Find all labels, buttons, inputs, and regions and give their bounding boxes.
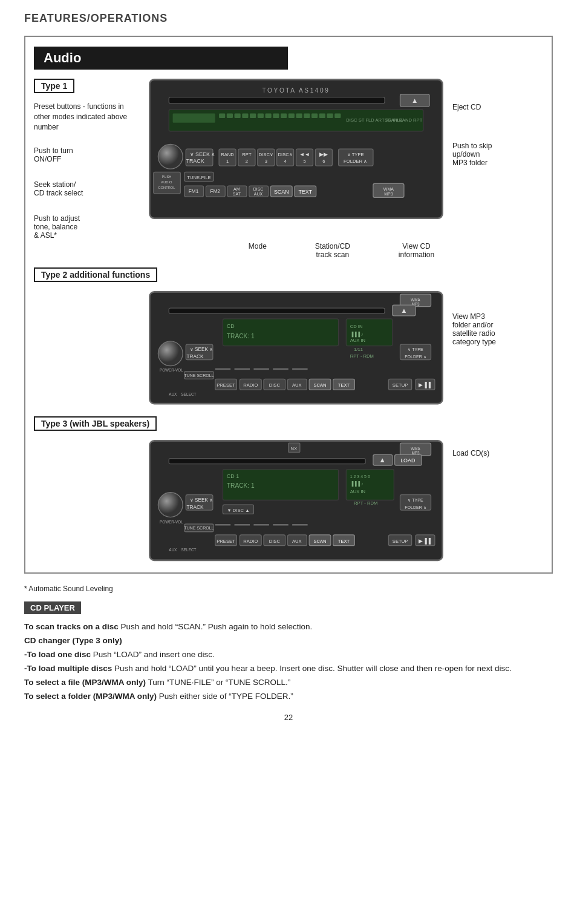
svg-text:TRACK: 1: TRACK: 1 bbox=[227, 482, 255, 489]
page-number: 22 bbox=[24, 713, 553, 722]
svg-text:∨ TYPE: ∨ TYPE bbox=[347, 152, 364, 157]
type3-section: Type 3 (with JBL speakers) WMA MP3 NX bbox=[34, 416, 543, 564]
svg-text:∨ SEEK ∧: ∨ SEEK ∧ bbox=[190, 151, 216, 157]
svg-rect-19 bbox=[311, 113, 318, 118]
svg-text:▲: ▲ bbox=[379, 456, 386, 464]
svg-text:AUX: AUX bbox=[292, 383, 302, 388]
svg-text:AUX: AUX bbox=[292, 538, 302, 543]
svg-rect-20 bbox=[319, 113, 325, 118]
svg-text:∨ TYPE: ∨ TYPE bbox=[408, 348, 423, 352]
load-one-text: Push “LOAD” and insert one disc. bbox=[91, 650, 215, 659]
svg-rect-13 bbox=[266, 113, 272, 118]
svg-text:SCAN RAND RPT: SCAN RAND RPT bbox=[385, 117, 423, 123]
svg-text:WMA: WMA bbox=[411, 447, 420, 451]
svg-text:SELECT: SELECT bbox=[181, 548, 197, 552]
select-folder-text: Push either side of “TYPE FOLDER.” bbox=[157, 692, 293, 701]
cd-player-header: CD PLAYER bbox=[24, 601, 81, 614]
cd-player-content: To scan tracks on a disc Push and hold “… bbox=[24, 620, 553, 704]
svg-text:SETUP: SETUP bbox=[393, 383, 408, 388]
tone-label: Push to adjusttone, balance& ASL* bbox=[34, 214, 140, 240]
type1-bottom-labels: Mode Station/CDtrack scan View CDinforma… bbox=[140, 242, 543, 259]
svg-text:2: 2 bbox=[246, 159, 248, 164]
svg-text:▲: ▲ bbox=[411, 97, 418, 104]
cd-changer-para: CD changer (Type 3 only) bbox=[24, 634, 553, 648]
skip-folder-label: Push to skipup/downMP3 folder bbox=[452, 142, 543, 167]
svg-rect-7 bbox=[219, 113, 225, 118]
view-cd-label: View CDinformation bbox=[399, 242, 434, 259]
svg-text:▐▐▐ ♪: ▐▐▐ ♪ bbox=[350, 332, 363, 338]
type3-unit: WMA MP3 NX ▲ LOAD CD 1 TRACK: 1 bbox=[146, 437, 446, 564]
type2-unit: WMA MP3 ▲ CD TRACK: 1 CD IN ▐▐▐ ♪ AUX IN bbox=[146, 288, 446, 408]
type1-right-labels: Eject CD Push to skipup/downMP3 folder bbox=[452, 76, 543, 167]
type2-right-label: View MP3folder and/orsatellite radiocate… bbox=[452, 288, 543, 346]
svg-text:▐▐▐ ♪: ▐▐▐ ♪ bbox=[350, 481, 363, 487]
svg-text:RAND: RAND bbox=[221, 152, 234, 157]
svg-text:LOAD: LOAD bbox=[400, 457, 415, 464]
load-multiple-para: -To load multiple discs Push and hold “L… bbox=[24, 662, 553, 676]
svg-text:POWER-VOL: POWER-VOL bbox=[160, 368, 183, 372]
svg-rect-8 bbox=[227, 113, 233, 118]
svg-text:6: 6 bbox=[322, 159, 325, 164]
svg-text:DISC: DISC bbox=[269, 538, 281, 543]
svg-text:AUX: AUX bbox=[169, 548, 177, 552]
svg-text:▶▐▐: ▶▐▐ bbox=[419, 382, 431, 389]
svg-text:TRACK: TRACK bbox=[186, 158, 204, 164]
svg-text:DISC∨: DISC∨ bbox=[259, 152, 273, 157]
svg-text:∨ SEEK ∧: ∨ SEEK ∧ bbox=[190, 497, 214, 503]
svg-text:TEXT: TEXT bbox=[298, 189, 312, 195]
svg-text:FM2: FM2 bbox=[210, 189, 220, 194]
select-folder-label: To select a folder (MP3/WMA only) bbox=[24, 692, 157, 701]
type1-unit: TOYOTA AS1409 ▲ bbox=[146, 76, 446, 222]
select-file-text: Turn “TUNE·FILE” or “TUNE SCROLL.” bbox=[146, 678, 290, 687]
svg-rect-12 bbox=[258, 113, 264, 118]
svg-text:TEXT: TEXT bbox=[338, 383, 350, 388]
select-folder-para: To select a folder (MP3/WMA only) Push e… bbox=[24, 690, 553, 704]
station-cd-label: Station/CDtrack scan bbox=[315, 242, 350, 259]
type-badge: Type 1 bbox=[34, 79, 74, 93]
svg-text:TOYOTA AS1409: TOYOTA AS1409 bbox=[262, 87, 330, 94]
seek-station-label: Seek station/CD track select bbox=[34, 180, 140, 197]
svg-text:TRACK: TRACK bbox=[187, 504, 204, 510]
svg-rect-16 bbox=[288, 113, 295, 118]
svg-text:FM1: FM1 bbox=[189, 189, 199, 194]
type2-badge: Type 2 additional functions bbox=[34, 267, 157, 282]
select-file-para: To select a file (MP3/WMA only) Turn “TU… bbox=[24, 676, 553, 690]
svg-rect-14 bbox=[273, 113, 279, 118]
svg-text:SCAN: SCAN bbox=[274, 189, 289, 195]
svg-text:1 2 3 4 5 6: 1 2 3 4 5 6 bbox=[350, 474, 370, 478]
mode-label: Mode bbox=[249, 242, 267, 259]
svg-text:NX: NX bbox=[290, 446, 297, 451]
svg-text:WMA: WMA bbox=[411, 298, 420, 302]
svg-text:1/11: 1/11 bbox=[354, 347, 363, 353]
svg-text:FOLDER ∧: FOLDER ∧ bbox=[405, 505, 426, 509]
type1-left-labels: Type 1 Preset buttons - functions in oth… bbox=[34, 76, 140, 240]
svg-text:▶▶: ▶▶ bbox=[319, 151, 328, 157]
push-on-off-label: Push to turnON/OFF bbox=[34, 146, 140, 163]
svg-text:MP3: MP3 bbox=[384, 192, 393, 196]
svg-text:AM: AM bbox=[233, 187, 240, 191]
svg-text:TRACK: 1: TRACK: 1 bbox=[227, 333, 255, 339]
svg-text:DISC∧: DISC∧ bbox=[278, 152, 293, 157]
svg-rect-77 bbox=[169, 309, 385, 314]
audio-section: Audio Type 1 Preset buttons - functions … bbox=[24, 36, 553, 574]
svg-rect-15 bbox=[281, 113, 287, 118]
svg-text:4: 4 bbox=[284, 159, 287, 164]
eject-cd-label: Eject CD bbox=[452, 103, 543, 111]
svg-text:RPT - RDM: RPT - RDM bbox=[350, 353, 374, 359]
svg-text:TUNE-FILE: TUNE-FILE bbox=[187, 175, 210, 180]
svg-text:SETUP: SETUP bbox=[393, 538, 408, 543]
svg-text:◄◄: ◄◄ bbox=[299, 151, 310, 157]
scan-tracks-label: To scan tracks on a disc bbox=[24, 622, 119, 631]
svg-text:▼ DISC ▲: ▼ DISC ▲ bbox=[227, 508, 250, 513]
svg-text:SELECT: SELECT bbox=[181, 393, 197, 397]
svg-text:PUSH: PUSH bbox=[161, 175, 171, 179]
scan-tracks-para: To scan tracks on a disc Push and hold “… bbox=[24, 620, 553, 634]
svg-text:AUX IN: AUX IN bbox=[350, 489, 365, 494]
svg-text:▶▐▐: ▶▐▐ bbox=[419, 537, 431, 544]
audio-header: Audio bbox=[34, 47, 288, 70]
svg-text:FOLDER ∧: FOLDER ∧ bbox=[344, 159, 367, 164]
svg-text:TUNE SCROLL: TUNE SCROLL bbox=[184, 526, 214, 530]
svg-text:CD IN: CD IN bbox=[350, 324, 363, 330]
svg-rect-2 bbox=[169, 97, 385, 103]
svg-text:WMA: WMA bbox=[383, 187, 394, 191]
